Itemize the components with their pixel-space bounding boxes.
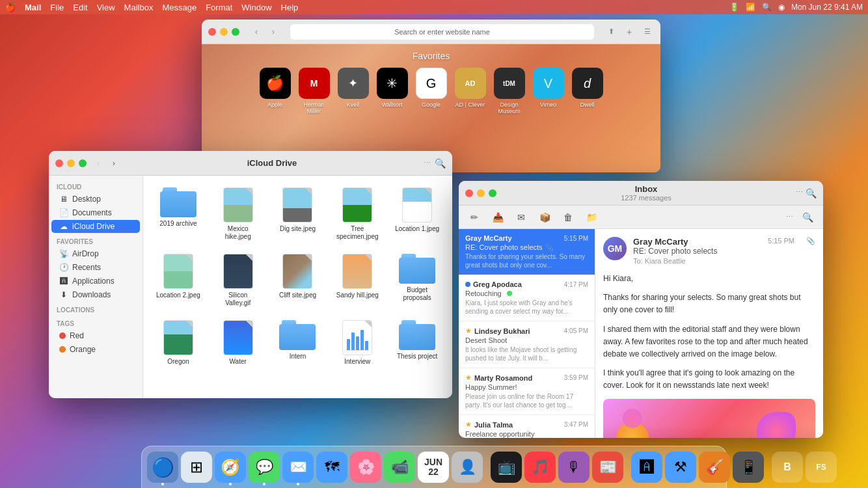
finder-item-intern[interactable]: Intern xyxy=(271,316,325,370)
safari-url-bar[interactable]: Search or enter website name xyxy=(290,24,594,40)
safari-back-button[interactable]: ‹ xyxy=(250,25,263,38)
dock-messages[interactable]: 💬 xyxy=(249,452,280,483)
mail-item-marty-rosamond[interactable]: ★ Marty Rosamond 3:59 PM Happy Summer! P… xyxy=(459,368,595,415)
mail-search-button[interactable]: 🔍 xyxy=(806,188,817,198)
sidebar-item-desktop[interactable]: 🖥 Desktop xyxy=(51,193,140,206)
safari-share-button[interactable]: ⬆ xyxy=(604,25,617,38)
finder-item-interview[interactable]: Interview xyxy=(330,316,385,370)
dock-safari[interactable]: 🧭 xyxy=(215,452,246,483)
menubar-edit[interactable]: Edit xyxy=(73,3,87,12)
sidebar-item-documents[interactable]: 📄 Documents xyxy=(51,206,140,219)
dock-calendar[interactable]: JUN22 xyxy=(418,452,449,483)
mail-minimize-button[interactable] xyxy=(477,189,485,197)
safari-sidebar-button[interactable]: ☰ xyxy=(641,25,654,38)
finder-item-oregon[interactable]: Oregon xyxy=(151,316,206,370)
sidebar-tag-red[interactable]: Red xyxy=(51,329,140,342)
finder-search-button[interactable]: 🔍 xyxy=(435,158,446,169)
dock-instruments[interactable]: 🎸 xyxy=(699,452,730,483)
mail-compose-button[interactable]: ✏ xyxy=(465,209,483,226)
dock-mail[interactable]: ✉️ xyxy=(282,452,314,483)
dock-maps[interactable]: 🗺 xyxy=(316,452,347,483)
finder-item-location1[interactable]: Location 1.jpeg xyxy=(390,183,444,245)
apple-menu[interactable]: 🍎 xyxy=(5,3,16,12)
finder-item-silicon-valley[interactable]: Silicon Valley.gif xyxy=(211,250,265,311)
finder-close-button[interactable] xyxy=(55,159,63,167)
finder-forward-button[interactable]: › xyxy=(107,157,120,170)
menubar-search-icon[interactable]: 🔍 xyxy=(762,3,772,12)
mail-toolbar-search-button[interactable]: 🔍 xyxy=(798,209,817,226)
mail-item-lindsey-bukhari[interactable]: ★ Lindsey Bukhari 4:05 PM Desert Shoot I… xyxy=(459,321,595,368)
finder-item-2019-archive[interactable]: 2019 archive xyxy=(151,183,206,245)
mail-item-julia-talma[interactable]: ★ Julia Talma 3:47 PM Freelance opportun… xyxy=(459,415,595,438)
fav-wallsort[interactable]: ✳ Wallsort xyxy=(377,68,408,115)
finder-minimize-button[interactable] xyxy=(67,159,75,167)
dock-fspaul[interactable]: FS xyxy=(806,452,837,483)
dock-facetime[interactable]: 📹 xyxy=(384,452,415,483)
finder-item-dig-site[interactable]: Dig site.jpeg xyxy=(271,183,325,245)
safari-new-tab-button[interactable]: + xyxy=(623,25,636,38)
menubar-format[interactable]: Format xyxy=(206,3,232,12)
mail-get-mail-button[interactable]: 📥 xyxy=(489,209,507,226)
mail-maximize-button[interactable] xyxy=(489,189,496,197)
mail-expand-button[interactable]: ⋯ xyxy=(796,188,803,198)
menubar-view[interactable]: View xyxy=(97,3,115,12)
dock-launchpad[interactable]: ⊞ xyxy=(181,452,212,483)
safari-maximize-button[interactable] xyxy=(232,28,239,36)
dock-music[interactable]: 🎵 xyxy=(524,452,556,483)
dock-photos[interactable]: 🌸 xyxy=(350,452,381,483)
finder-item-thesis-project[interactable]: Thesis project xyxy=(390,316,444,370)
fav-hm[interactable]: M Herman Miller xyxy=(299,68,330,115)
finder-maximize-button[interactable] xyxy=(79,159,87,167)
dock-podcasts[interactable]: 🎙 xyxy=(558,452,590,483)
menubar-help[interactable]: Help xyxy=(281,3,299,12)
safari-minimize-button[interactable] xyxy=(220,28,228,36)
mail-item-gray-mccarty[interactable]: Gray McCarty 5:15 PM RE: Cover photo sel… xyxy=(459,229,595,275)
sidebar-item-applications[interactable]: 🅰 Applications xyxy=(51,275,140,288)
mail-delete-button[interactable]: 🗑 xyxy=(559,209,577,226)
mail-close-button[interactable] xyxy=(465,189,473,197)
menubar-app-name[interactable]: Mail xyxy=(25,3,41,12)
dock-finder[interactable]: 🔵 xyxy=(147,452,178,483)
safari-forward-button[interactable]: › xyxy=(267,25,280,38)
finder-view-options[interactable]: ⋯ xyxy=(424,159,431,167)
sidebar-tag-orange[interactable]: Orange xyxy=(51,343,140,356)
fav-apple[interactable]: 🍎 Apple xyxy=(260,68,291,115)
fav-kvell[interactable]: ✦ Kvell xyxy=(338,68,369,115)
dock-news[interactable]: 📰 xyxy=(592,452,623,483)
sidebar-item-recents[interactable]: 🕐 Recents xyxy=(51,261,140,274)
mail-new-message-button[interactable]: ✉ xyxy=(512,209,530,226)
mail-move-button[interactable]: 📁 xyxy=(582,209,601,226)
menubar-message[interactable]: Message xyxy=(162,3,197,12)
finder-item-sandy-hill[interactable]: Sandy hill.jpeg xyxy=(330,250,385,311)
fav-google[interactable]: G Google xyxy=(416,68,447,115)
finder-item-tree-specimen[interactable]: Tree specimen.jpeg xyxy=(330,183,385,245)
mail-item-greg-apodaca[interactable]: Greg Apodaca 4:17 PM Retouching Kiara, I… xyxy=(459,275,595,321)
menubar-window[interactable]: Window xyxy=(241,3,271,12)
finder-item-water[interactable]: Water xyxy=(211,316,265,370)
fav-dm[interactable]: tDM Design Museum xyxy=(494,68,525,115)
dock-appstore[interactable]: 🅰 xyxy=(631,452,662,483)
finder-back-button[interactable]: ‹ xyxy=(92,157,105,170)
menubar-mailbox[interactable]: Mailbox xyxy=(124,3,154,12)
finder-item-location2[interactable]: Location 2.jpeg xyxy=(151,250,206,311)
dock-xcode[interactable]: ⚒ xyxy=(665,452,696,483)
sidebar-item-icloud-drive[interactable]: ☁ iCloud Drive xyxy=(51,220,140,233)
fav-dwell[interactable]: d Dwell xyxy=(572,68,603,115)
fav-vimeo[interactable]: V Vimeo xyxy=(533,68,564,115)
dock-simulator[interactable]: 📱 xyxy=(733,452,764,483)
finder-item-cliff-site[interactable]: Cliff site.jpeg xyxy=(271,250,325,311)
menubar-file[interactable]: File xyxy=(50,3,64,12)
finder-item-budget-proposals[interactable]: Budget proposals xyxy=(390,250,444,311)
folder-icon-2019-archive xyxy=(160,187,197,217)
finder-item-mexico-hike[interactable]: Mexico hike.jpeg xyxy=(211,183,265,245)
menubar-siri[interactable]: ◉ xyxy=(778,3,785,12)
sidebar-item-airdrop[interactable]: 📡 AirDrop xyxy=(51,247,140,260)
dock-bilibili[interactable]: B xyxy=(772,452,803,483)
safari-close-button[interactable] xyxy=(208,28,216,36)
mail-more-button[interactable]: ⋯ xyxy=(786,213,793,221)
dock-contacts[interactable]: 👤 xyxy=(452,452,483,483)
sidebar-item-downloads[interactable]: ⬇ Downloads xyxy=(51,288,140,301)
dock-tv[interactable]: 📺 xyxy=(491,452,522,483)
mail-archive-button[interactable]: 📦 xyxy=(536,209,554,226)
fav-ad[interactable]: AD AD | Clever xyxy=(455,68,486,115)
